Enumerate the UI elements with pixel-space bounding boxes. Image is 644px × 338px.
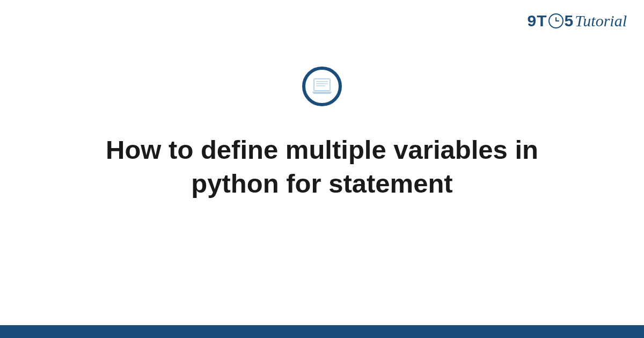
logo-word: Tutorial (575, 12, 627, 30)
brand-logo: 9T 5 Tutorial (528, 12, 627, 30)
logo-prefix: 9T (528, 12, 547, 30)
clock-icon (548, 13, 564, 28)
article-title: How to define multiple variables in pyth… (54, 133, 590, 200)
logo-suffix: 5 (565, 12, 574, 30)
main-content: How to define multiple variables in pyth… (0, 67, 644, 200)
article-icon-badge (302, 67, 342, 106)
svg-rect-2 (314, 79, 330, 91)
laptop-icon (311, 78, 333, 95)
footer-accent-bar (0, 325, 644, 338)
